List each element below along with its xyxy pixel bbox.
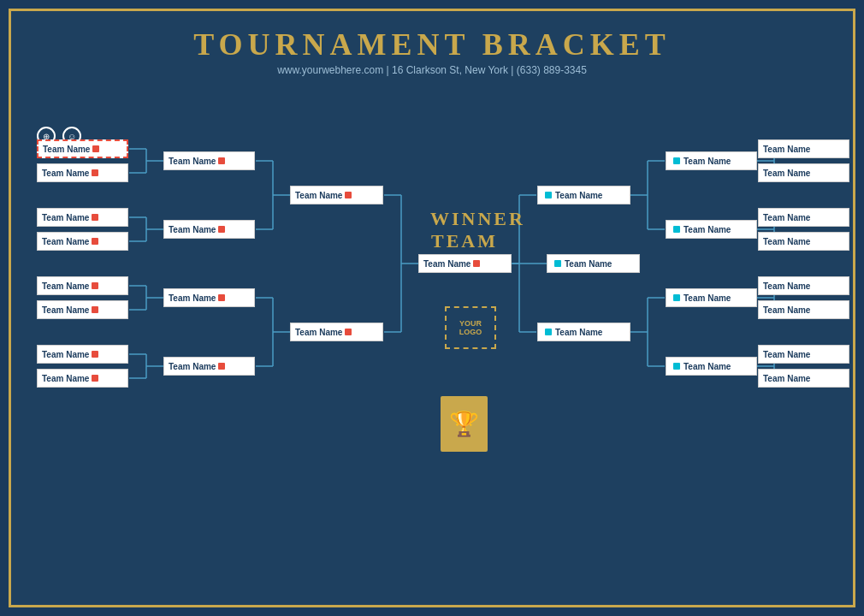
right-r2-team-3[interactable]: Team Name	[666, 288, 757, 307]
trophy: 🏆	[441, 396, 488, 452]
bracket-container: TOURNAMENT BRACKET www.yourwebhere.com |…	[9, 9, 855, 607]
right-r1-team-1[interactable]: Team Name	[758, 139, 849, 158]
left-r1-team-7[interactable]: Team Name	[37, 345, 128, 364]
left-r2-team-2[interactable]: Team Name	[163, 220, 255, 239]
dot-red	[218, 157, 225, 164]
dot-red	[92, 145, 99, 152]
left-r1-team-6[interactable]: Team Name	[37, 300, 128, 319]
right-r1-team-5[interactable]: Team Name	[758, 276, 849, 295]
bracket-area: Team Name Team Name Team Name Team Name …	[37, 88, 864, 616]
dot-red	[345, 329, 352, 335]
left-r1-team-8[interactable]: Team Name	[37, 369, 128, 388]
dot-cyan	[554, 260, 561, 267]
dot-cyan	[673, 226, 680, 233]
left-r2-team-3[interactable]: Team Name	[163, 288, 255, 307]
dot-red	[92, 169, 98, 176]
right-r3-team-2[interactable]: Team Name	[537, 323, 630, 341]
right-r3-team-1[interactable]: Team Name	[537, 186, 630, 204]
dot-cyan	[673, 363, 680, 370]
dot-red	[92, 375, 98, 382]
right-r1-team-8[interactable]: Team Name	[758, 369, 849, 388]
left-r2-team-1[interactable]: Team Name	[163, 151, 255, 170]
winner-area: WINNER TEAM	[430, 208, 499, 262]
dot-red	[92, 282, 98, 289]
header: TOURNAMENT BRACKET www.yourwebhere.com |…	[20, 20, 844, 76]
dot-red	[92, 214, 98, 221]
left-r3-team-2[interactable]: Team Name	[290, 323, 383, 341]
logo-placeholder: YOUR LOGO	[445, 306, 496, 349]
right-r1-team-3[interactable]: Team Name	[758, 208, 849, 227]
left-r1-team-5[interactable]: Team Name	[37, 276, 128, 295]
dot-cyan	[545, 329, 552, 335]
right-r2-team-2[interactable]: Team Name	[666, 220, 757, 239]
right-r2-team-4[interactable]: Team Name	[666, 357, 757, 376]
winner-text: WINNER TEAM	[430, 208, 499, 253]
dot-red	[92, 351, 98, 358]
dot-red	[345, 192, 352, 198]
right-r1-team-7[interactable]: Team Name	[758, 345, 849, 364]
dot-red	[92, 306, 98, 313]
dot-cyan	[545, 192, 552, 198]
dot-cyan	[673, 157, 680, 164]
left-r3-team-1[interactable]: Team Name	[290, 186, 383, 204]
left-r1-team-2[interactable]: Team Name	[37, 163, 128, 182]
left-r1-team-4[interactable]: Team Name	[37, 232, 128, 251]
right-r1-team-2[interactable]: Team Name	[758, 163, 849, 182]
trophy-icon: 🏆	[449, 410, 479, 438]
right-r1-team-4[interactable]: Team Name	[758, 232, 849, 251]
subtitle: www.yourwebhere.com | 16 Clarkson St, Ne…	[20, 64, 844, 76]
right-r4-team-1[interactable]: Team Name	[547, 254, 640, 273]
left-r1-team-3[interactable]: Team Name	[37, 208, 128, 227]
dot-red	[218, 294, 225, 301]
right-r2-team-1[interactable]: Team Name	[666, 151, 757, 170]
dot-red	[218, 363, 225, 370]
left-r2-team-4[interactable]: Team Name	[163, 357, 255, 376]
left-r1-team-1[interactable]: Team Name	[37, 139, 128, 158]
page-title: TOURNAMENT BRACKET	[20, 27, 844, 62]
dot-red	[92, 238, 98, 245]
right-r1-team-6[interactable]: Team Name	[758, 300, 849, 319]
dot-cyan	[673, 294, 680, 301]
dot-red	[218, 226, 225, 233]
